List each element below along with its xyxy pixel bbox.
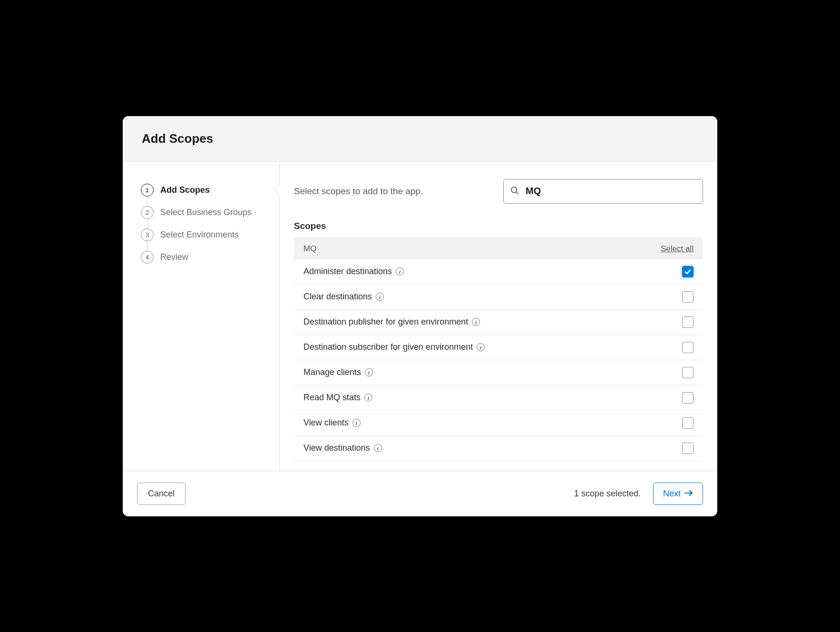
dialog-body: 1Add Scopes2Select Business Groups3Selec… xyxy=(123,162,717,471)
select-all-link[interactable]: Select all xyxy=(661,244,693,254)
wizard-steps: 1Add Scopes2Select Business Groups3Selec… xyxy=(141,179,268,268)
scope-label: Destination publisher for given environm… xyxy=(303,317,480,327)
scope-row: Read MQ statsi xyxy=(294,385,703,411)
arrow-right-icon xyxy=(684,489,693,499)
wizard-sidebar: 1Add Scopes2Select Business Groups3Selec… xyxy=(123,162,280,471)
scope-label: Clear destinationsi xyxy=(303,292,384,302)
step-number: 3 xyxy=(141,228,154,241)
scope-label: View clientsi xyxy=(303,418,361,428)
scope-group-header: MQ Select all xyxy=(294,238,703,259)
svg-point-0 xyxy=(511,187,517,192)
scope-label: Destination subscriber for given environ… xyxy=(303,342,485,352)
step-number: 2 xyxy=(141,206,154,219)
step-label: Add Scopes xyxy=(160,185,210,195)
top-row: Select scopes to add to the app. xyxy=(294,179,703,204)
scope-label: Read MQ statsi xyxy=(303,393,372,403)
scope-row: View destinationsi xyxy=(294,436,703,461)
scopes-section-title: Scopes xyxy=(294,221,703,231)
scope-label: Administer destinationsi xyxy=(303,267,404,276)
scope-checkbox[interactable] xyxy=(682,266,693,277)
scope-name: View destinations xyxy=(303,443,370,453)
wizard-step-4[interactable]: 4Review xyxy=(141,246,268,268)
footer-right: 1 scope selected. Next xyxy=(574,483,703,505)
wizard-step-1[interactable]: 1Add Scopes xyxy=(141,179,268,201)
scope-row: Manage clientsi xyxy=(294,360,703,385)
wizard-step-3[interactable]: 3Select Environments xyxy=(141,224,268,246)
scope-checkbox[interactable] xyxy=(682,443,693,454)
main-content: Select scopes to add to the app. Scopes … xyxy=(280,162,717,471)
scope-row: Destination subscriber for given environ… xyxy=(294,335,703,360)
step-label: Review xyxy=(160,252,188,262)
scope-name: Manage clients xyxy=(303,367,361,377)
cancel-button[interactable]: Cancel xyxy=(137,483,186,505)
scope-name: Read MQ stats xyxy=(303,393,361,403)
scope-name: Clear destinations xyxy=(303,292,372,302)
scope-checkbox[interactable] xyxy=(682,316,693,328)
scope-name: Destination publisher for given environm… xyxy=(303,317,468,327)
svg-line-1 xyxy=(516,192,518,194)
info-icon[interactable]: i xyxy=(374,444,382,452)
search-wrap xyxy=(503,179,703,204)
info-icon[interactable]: i xyxy=(396,267,404,276)
step-number: 4 xyxy=(141,251,154,264)
info-icon[interactable]: i xyxy=(472,318,480,326)
scope-checkbox[interactable] xyxy=(682,392,693,404)
scope-name: View clients xyxy=(303,418,349,428)
search-icon xyxy=(510,186,519,197)
instruction-text: Select scopes to add to the app. xyxy=(294,186,423,197)
step-number: 1 xyxy=(141,184,154,197)
info-icon[interactable]: i xyxy=(376,293,384,301)
scope-row: View clientsi xyxy=(294,411,703,436)
info-icon[interactable]: i xyxy=(364,394,372,402)
page-title: Add Scopes xyxy=(142,131,698,146)
scope-row: Administer destinationsi xyxy=(294,259,703,285)
scope-label: View destinationsi xyxy=(303,443,382,453)
info-icon[interactable]: i xyxy=(352,419,361,427)
scope-group-name: MQ xyxy=(303,244,316,254)
info-icon[interactable]: i xyxy=(477,343,485,351)
scope-checkbox[interactable] xyxy=(682,291,693,303)
step-label: Select Business Groups xyxy=(160,207,252,217)
dialog-header: Add Scopes xyxy=(123,116,717,162)
next-button-label: Next xyxy=(663,489,681,499)
scope-checkbox[interactable] xyxy=(682,367,693,378)
scope-row: Destination publisher for given environm… xyxy=(294,310,703,335)
scope-checkbox[interactable] xyxy=(682,342,693,353)
scope-list: Administer destinationsiClear destinatio… xyxy=(294,259,703,461)
wizard-step-2[interactable]: 2Select Business Groups xyxy=(141,201,268,224)
scope-name: Destination subscriber for given environ… xyxy=(303,342,473,352)
selection-status: 1 scope selected. xyxy=(574,489,641,499)
dialog-window: Add Scopes 1Add Scopes2Select Business G… xyxy=(123,116,717,516)
dialog-footer: Cancel 1 scope selected. Next xyxy=(123,471,717,516)
scope-name: Administer destinations xyxy=(303,267,392,276)
next-button[interactable]: Next xyxy=(653,483,703,505)
info-icon[interactable]: i xyxy=(365,368,373,376)
search-input[interactable] xyxy=(503,179,703,204)
scope-label: Manage clientsi xyxy=(303,367,373,377)
scope-checkbox[interactable] xyxy=(682,417,693,429)
step-label: Select Environments xyxy=(160,230,239,240)
scope-row: Clear destinationsi xyxy=(294,285,703,310)
